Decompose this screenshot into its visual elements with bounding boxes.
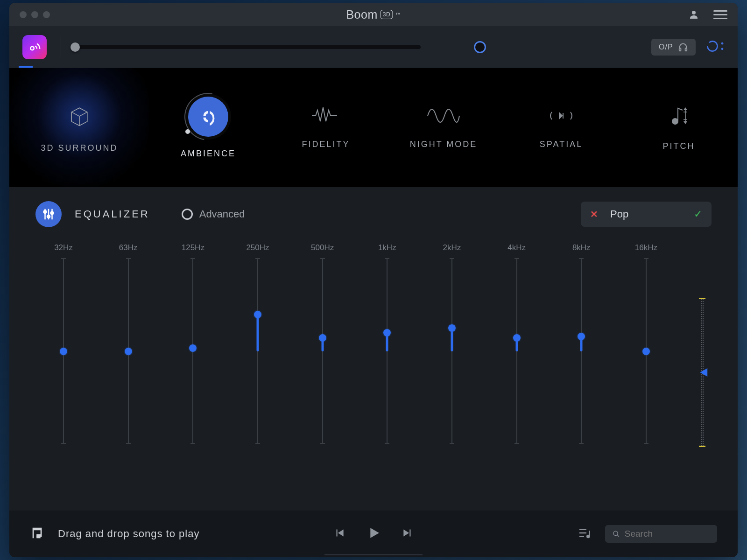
effect-spatial[interactable]: SPATIAL [502, 68, 620, 187]
headphones-icon [678, 42, 688, 52]
eq-band-knob[interactable] [125, 348, 132, 355]
eq-band[interactable]: 2kHz [438, 243, 466, 444]
titlebar: Boom 3D ™ [9, 3, 738, 26]
advanced-toggle[interactable]: Advanced [182, 208, 245, 220]
next-button[interactable] [402, 527, 414, 541]
eq-baseline [49, 347, 660, 347]
effect-label: NIGHT MODE [410, 140, 478, 149]
ambience-icon [188, 97, 228, 137]
eq-band-knob[interactable] [383, 329, 391, 336]
refresh-icon[interactable] [706, 40, 725, 55]
svg-rect-3 [685, 48, 687, 50]
preset-clear-icon[interactable]: ✕ [590, 209, 598, 220]
eq-band-knob[interactable] [60, 348, 67, 355]
player-hint: Drag and drop songs to play [58, 528, 199, 540]
boost-toggle[interactable] [474, 41, 486, 53]
preset-confirm-icon[interactable]: ✓ [694, 208, 702, 220]
zoom-icon[interactable] [43, 11, 50, 18]
eq-band-freq: 63Hz [119, 243, 138, 254]
search-input[interactable] [625, 529, 710, 539]
eq-band-knob[interactable] [189, 344, 197, 352]
svg-point-1 [30, 46, 34, 50]
effect-label: PITCH [663, 141, 695, 151]
eq-bands: 32Hz63Hz125Hz250Hz500Hz1kHz2kHz4kHz8kHz1… [35, 243, 674, 444]
gain-slider[interactable] [693, 243, 712, 501]
close-icon[interactable] [20, 11, 27, 18]
eq-band[interactable]: 1kHz [373, 243, 401, 444]
effect-label: SPATIAL [540, 140, 583, 149]
gain-thumb[interactable] [700, 368, 707, 377]
svg-rect-2 [679, 48, 681, 50]
svg-point-0 [692, 11, 696, 14]
svg-point-6 [672, 119, 678, 124]
effects-strip: 3D SURROUND AMBIENCE FIDELITY NIGHT MODE… [9, 68, 738, 187]
eq-band-freq: 250Hz [246, 243, 269, 254]
account-icon[interactable] [688, 9, 699, 20]
eq-band[interactable]: 63Hz [114, 243, 142, 444]
separator [61, 37, 61, 57]
progress-bar[interactable] [324, 554, 423, 555]
eq-band-knob[interactable] [513, 334, 521, 342]
eq-band-freq: 16kHz [635, 243, 657, 254]
effect-3d-surround[interactable]: 3D SURROUND [9, 68, 149, 187]
eq-band-knob[interactable] [319, 334, 326, 342]
eq-band[interactable]: 500Hz [309, 243, 337, 444]
cube-icon [66, 103, 92, 131]
music-note-icon[interactable] [30, 525, 46, 543]
eq-band-knob[interactable] [642, 348, 650, 355]
app-name-text: Boom [346, 8, 377, 21]
svg-point-4 [721, 42, 724, 44]
eq-band[interactable]: 250Hz [244, 243, 272, 444]
eq-band-knob[interactable] [254, 311, 261, 318]
spatial-icon [548, 106, 574, 127]
svg-point-7 [44, 210, 47, 213]
effect-label: FIDELITY [302, 140, 350, 149]
advanced-label: Advanced [199, 208, 245, 220]
effect-night-mode[interactable]: NIGHT MODE [385, 68, 502, 187]
svg-point-12 [613, 531, 618, 535]
preset-selector[interactable]: ✕ Pop ✓ [581, 202, 712, 227]
effect-label: 3D SURROUND [41, 143, 118, 153]
volume-thumb[interactable] [70, 42, 80, 52]
play-button[interactable] [366, 525, 381, 542]
effect-label: AMBIENCE [181, 149, 236, 159]
effect-fidelity[interactable]: FIDELITY [267, 68, 385, 187]
search-box[interactable] [605, 525, 717, 543]
effect-ambience[interactable]: AMBIENCE [149, 68, 267, 187]
equalizer-icon[interactable] [35, 201, 62, 227]
volume-slider[interactable] [75, 45, 421, 49]
playback-controls [333, 525, 414, 542]
eq-band-freq: 4kHz [507, 243, 526, 254]
eq-band[interactable]: 125Hz [179, 243, 207, 444]
eq-band-freq: 8kHz [572, 243, 591, 254]
trademark: ™ [395, 12, 401, 17]
toolbar: O/P [9, 26, 738, 68]
search-icon [613, 530, 620, 538]
eq-band[interactable]: 8kHz [567, 243, 595, 444]
svg-point-5 [721, 48, 724, 50]
eq-band[interactable]: 16kHz [632, 243, 660, 444]
menu-icon[interactable] [713, 10, 727, 19]
logo-3d-badge: 3D [381, 10, 393, 19]
previous-button[interactable] [333, 527, 345, 541]
player-bar: Drag and drop songs to play [9, 511, 738, 557]
app-title: Boom 3D ™ [346, 8, 401, 21]
output-label: O/P [659, 43, 673, 51]
app-badge-icon[interactable] [22, 35, 47, 59]
effect-pitch[interactable]: PITCH [620, 68, 738, 187]
output-device-chip[interactable]: O/P [651, 39, 696, 56]
pitch-icon [668, 105, 690, 129]
sine-icon [427, 106, 460, 127]
equalizer-section: EQUALIZER Advanced ✕ Pop ✓ 32Hz63Hz125Hz… [9, 187, 738, 511]
eq-band-freq: 32Hz [54, 243, 73, 254]
equalizer-title: EQUALIZER [75, 208, 150, 220]
eq-band[interactable]: 4kHz [503, 243, 531, 444]
eq-band-freq: 1kHz [378, 243, 396, 254]
window-controls[interactable] [20, 11, 50, 18]
eq-band[interactable]: 32Hz [49, 243, 78, 444]
minimize-icon[interactable] [31, 11, 38, 18]
eq-band-knob[interactable] [448, 324, 456, 332]
playlist-icon[interactable] [577, 526, 591, 542]
eq-band-freq: 125Hz [182, 243, 204, 254]
eq-band-knob[interactable] [578, 333, 585, 340]
